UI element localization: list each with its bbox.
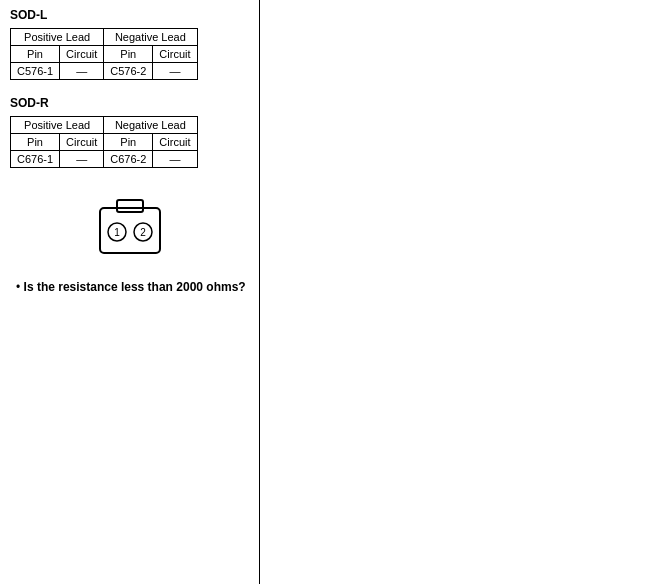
table-row: C576-1 — C576-2 — <box>11 63 198 80</box>
pin-header-r2: Pin <box>104 134 153 151</box>
negative-lead-header-r: Negative Lead <box>104 117 197 134</box>
c676-2-circuit: — <box>153 151 197 168</box>
circuit-header-r2: Circuit <box>153 134 197 151</box>
table-header-row: Positive Lead Negative Lead <box>11 117 198 134</box>
resistance-question-text: Is the resistance less than 2000 ohms? <box>24 280 246 294</box>
c576-1-pin: C576-1 <box>11 63 60 80</box>
pin-header-1: Pin <box>11 46 60 63</box>
table-header-row: Positive Lead Negative Lead <box>11 29 198 46</box>
c576-2-pin: C576-2 <box>104 63 153 80</box>
sod-r-section: SOD-R Positive Lead Negative Lead Pin Ci… <box>10 96 249 168</box>
sod-r-table: Positive Lead Negative Lead Pin Circuit … <box>10 116 198 168</box>
circuit-header-2: Circuit <box>153 46 197 63</box>
table-subheader-row-r: Pin Circuit Pin Circuit <box>11 134 198 151</box>
c576-2-circuit: — <box>153 63 197 80</box>
sod-l-title: SOD-L <box>10 8 249 22</box>
svg-rect-0 <box>100 208 160 253</box>
table-row: C676-1 — C676-2 — <box>11 151 198 168</box>
pin-header-2: Pin <box>104 46 153 63</box>
bold-resistance: Is the resistance less than 2000 ohms? <box>24 280 246 294</box>
svg-rect-1 <box>117 200 143 212</box>
sod-l-table: Positive Lead Negative Lead Pin Circuit … <box>10 28 198 80</box>
positive-lead-header-r: Positive Lead <box>11 117 104 134</box>
pin-header-r1: Pin <box>11 134 60 151</box>
svg-text:2: 2 <box>140 227 146 238</box>
c676-2-pin: C676-2 <box>104 151 153 168</box>
right-panel <box>260 0 666 584</box>
c576-1-circuit: — <box>60 63 104 80</box>
c676-1-circuit: — <box>60 151 104 168</box>
c676-1-pin: C676-1 <box>11 151 60 168</box>
left-panel: SOD-L Positive Lead Negative Lead Pin Ci… <box>0 0 260 584</box>
sod-r-title: SOD-R <box>10 96 249 110</box>
table-subheader-row: Pin Circuit Pin Circuit <box>11 46 198 63</box>
sod-l-section: SOD-L Positive Lead Negative Lead Pin Ci… <box>10 8 249 80</box>
circuit-header-1: Circuit <box>60 46 104 63</box>
main-container: SOD-L Positive Lead Negative Lead Pin Ci… <box>0 0 666 584</box>
resistance-question: Is the resistance less than 2000 ohms? <box>10 280 249 294</box>
negative-lead-header: Negative Lead <box>104 29 197 46</box>
connector-svg: 1 2 <box>85 188 175 268</box>
svg-text:1: 1 <box>114 227 120 238</box>
positive-lead-header: Positive Lead <box>11 29 104 46</box>
circuit-header-r1: Circuit <box>60 134 104 151</box>
connector-diagram: 1 2 <box>10 188 249 268</box>
